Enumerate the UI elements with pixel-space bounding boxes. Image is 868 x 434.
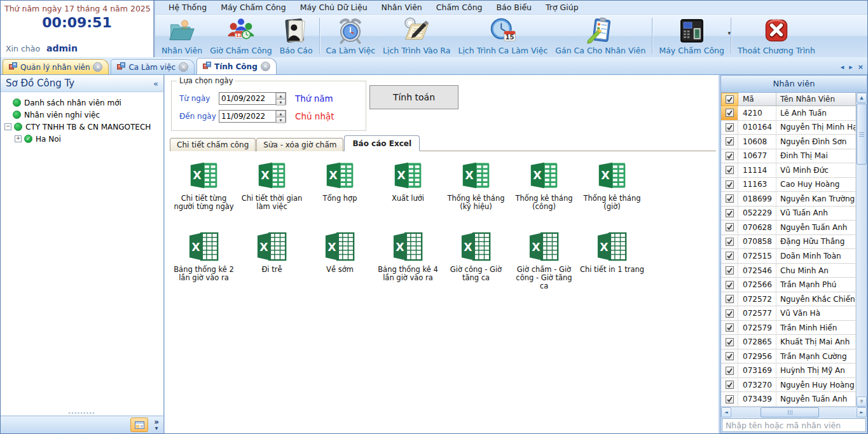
row-checkbox[interactable] xyxy=(726,180,734,189)
menu-item[interactable]: Hệ Thống xyxy=(162,1,214,14)
employee-row[interactable]: 070628Nguyễn Tuấn Anh xyxy=(721,220,856,235)
spin-up-icon[interactable]: ▲ xyxy=(276,93,286,99)
spin-down-icon[interactable]: ▼ xyxy=(276,99,286,105)
calculate-button[interactable]: Tính toán xyxy=(369,85,458,109)
splitter-handle[interactable]: ▪▪▪▪▪▪▪▪▪ xyxy=(1,410,163,416)
toolbar-button-alarm-clock[interactable]: Ca Làm Việc xyxy=(322,15,379,57)
more-options-icon[interactable]: »▼ xyxy=(154,419,159,431)
employee-row[interactable]: 072546Chu Minh An xyxy=(721,264,856,278)
row-checkbox[interactable] xyxy=(726,209,734,217)
excel-report-shortcut[interactable]: XGiờ công - Giờ tăng ca xyxy=(442,229,510,290)
toolbar-button-folder-user[interactable]: Nhân Viên xyxy=(158,15,206,57)
row-checkbox[interactable] xyxy=(726,367,734,375)
employee-row[interactable]: 072566Trần Mạnh Phú xyxy=(721,278,856,292)
row-checkbox[interactable] xyxy=(726,266,734,275)
excel-report-shortcut[interactable]: XGiờ chấm - Giờ công - Giờ tăng ca xyxy=(510,229,578,290)
row-checkbox[interactable] xyxy=(726,252,734,260)
horizontal-scrollbar[interactable]: ◄ ► xyxy=(721,407,867,417)
card-view-button[interactable] xyxy=(130,417,148,432)
spin-up-icon[interactable]: ▲ xyxy=(276,111,286,117)
excel-report-shortcut[interactable]: XThống kê tháng (công) xyxy=(510,158,578,211)
row-checkbox[interactable] xyxy=(726,295,734,303)
menu-item[interactable]: Máy Chủ Dữ Liệu xyxy=(293,1,375,14)
vertical-scrollbar-thumb[interactable] xyxy=(857,104,867,165)
scroll-down-icon[interactable]: ▼ xyxy=(857,397,867,407)
row-checkbox[interactable] xyxy=(726,109,734,117)
document-tab[interactable]: Tính Công× xyxy=(196,58,277,74)
toolbar-button-clock-calendar[interactable]: 15Lịch Trình Ca Làm Việc xyxy=(454,15,551,57)
row-checkbox[interactable] xyxy=(726,338,734,346)
toolbar-button-report-doc[interactable]: Báo Cáo xyxy=(276,15,317,57)
spin-down-icon[interactable]: ▼ xyxy=(276,117,286,123)
document-tab[interactable]: Quản lý nhân viên× xyxy=(3,59,109,74)
row-checkbox[interactable] xyxy=(726,152,734,160)
excel-report-shortcut[interactable]: XBảng thống kê 2 lần giờ vào ra xyxy=(170,229,238,290)
column-header-code[interactable]: Mã xyxy=(738,93,776,106)
row-checkbox[interactable] xyxy=(726,381,734,389)
employee-row[interactable]: 073169Huỳnh Thị Mỹ An xyxy=(721,363,856,378)
report-tab[interactable]: Báo cáo Excel xyxy=(344,135,420,151)
toolbar-button-attendance-device[interactable]: ▾Máy Chấm Công xyxy=(655,15,728,57)
employee-row[interactable]: 072865Khuất Thị Mai Anh xyxy=(721,335,856,349)
report-tab[interactable]: Chi tiết chấm công xyxy=(170,138,256,151)
employee-search-input[interactable] xyxy=(722,418,866,432)
employee-row[interactable]: 052229Vũ Tuấn Anh xyxy=(721,207,856,221)
excel-report-shortcut[interactable]: XXuất lưới xyxy=(374,158,442,211)
row-checkbox[interactable] xyxy=(726,395,734,403)
toolbar-button-notepad-pen[interactable]: Lịch Trình Vào Ra xyxy=(379,15,454,57)
row-checkbox[interactable] xyxy=(726,194,734,203)
tab-scroll-right-icon[interactable]: ▸ xyxy=(849,63,853,71)
employee-row[interactable]: 10677Đinh Thị Mai xyxy=(721,149,856,164)
excel-report-shortcut[interactable]: XChi tiết thời gian làm việc xyxy=(238,158,306,211)
column-header-name[interactable]: Tên Nhân Viên xyxy=(776,93,856,106)
employee-row[interactable]: 11163Cao Huy Hoàng xyxy=(721,178,856,193)
scroll-up-icon[interactable]: ▲ xyxy=(857,93,867,103)
close-tab-icon[interactable]: × xyxy=(93,62,102,72)
toolbar-button-exit-x[interactable]: Thoát Chương Trình xyxy=(734,15,819,57)
row-checkbox[interactable] xyxy=(726,123,734,132)
employee-row[interactable]: 4210Lê Anh Tuấn xyxy=(721,106,856,121)
horizontal-scrollbar-thumb[interactable] xyxy=(761,407,819,417)
employee-row[interactable]: 072579Trần Minh Hiển xyxy=(721,321,856,336)
select-all-checkbox[interactable] xyxy=(726,95,734,104)
row-checkbox[interactable] xyxy=(726,352,734,360)
row-checkbox[interactable] xyxy=(726,323,734,332)
tree-item[interactable]: Nhân viên nghỉ việc xyxy=(1,109,163,121)
tree-item[interactable]: Danh sách nhân viên mới xyxy=(1,97,163,109)
plus-expander-icon[interactable]: + xyxy=(15,135,22,142)
minus-expander-icon[interactable]: − xyxy=(4,123,11,130)
close-tab-icon[interactable]: × xyxy=(179,62,188,72)
report-tab[interactable]: Sửa - xóa giờ chấm xyxy=(256,138,343,151)
row-checkbox[interactable] xyxy=(726,238,734,246)
menu-item[interactable]: Báo Biểu xyxy=(490,1,539,14)
toolbar-button-users-clock[interactable]: 12Giờ Chấm Công xyxy=(206,15,275,57)
row-checkbox[interactable] xyxy=(726,309,734,318)
row-checkbox[interactable] xyxy=(726,223,734,231)
menu-item[interactable]: Trợ Giúp xyxy=(539,1,586,14)
employee-row[interactable]: 11114Vũ Minh Đức xyxy=(721,163,856,178)
tree-item[interactable]: +✓Ha Noi xyxy=(1,133,163,145)
excel-report-shortcut[interactable]: XChi tiết từng người từng ngày xyxy=(170,158,238,211)
employee-row[interactable]: 072577Vũ Văn Hà xyxy=(721,306,856,321)
document-tab[interactable]: Ca Làm việc× xyxy=(111,59,195,74)
menu-item[interactable]: Chấm Công xyxy=(429,1,490,14)
employee-row[interactable]: 010164Nguyễn Thị Minh Hạnh xyxy=(721,121,856,135)
scroll-left-icon[interactable]: ◄ xyxy=(721,407,731,417)
row-checkbox[interactable] xyxy=(726,281,734,289)
to-date-input[interactable] xyxy=(219,111,275,122)
close-tab-icon[interactable]: × xyxy=(261,62,270,71)
menu-item[interactable]: Máy Chấm Công xyxy=(214,1,293,14)
excel-report-shortcut[interactable]: XBảng thống kê 4 lần giờ vào ra xyxy=(374,229,442,290)
scroll-right-icon[interactable]: ► xyxy=(857,407,867,417)
row-checkbox[interactable] xyxy=(726,137,734,146)
vertical-scrollbar[interactable]: ▲ ▼ xyxy=(856,93,867,407)
employee-row[interactable]: 070858Đặng Hữu Thắng xyxy=(721,235,856,250)
excel-report-shortcut[interactable]: XThống kê tháng (ký hiệu) xyxy=(442,158,510,211)
from-date-input[interactable] xyxy=(219,93,275,104)
tab-close-icon[interactable]: × xyxy=(858,63,864,71)
toolbar-button-clipboard-pencil[interactable]: Gán Ca Cho Nhân Viên xyxy=(551,15,649,57)
employee-row[interactable]: 072515Doãn Minh Toàn xyxy=(721,249,856,264)
employee-row[interactable]: 10608Nguyễn Đình Sơn xyxy=(721,135,856,149)
collapse-sidebar-icon[interactable]: « xyxy=(153,79,158,88)
excel-report-shortcut[interactable]: XĐi trễ xyxy=(238,229,306,290)
